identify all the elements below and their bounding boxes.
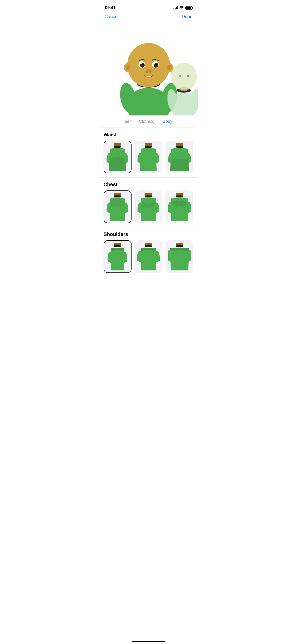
- shoulders-options: [104, 240, 194, 277]
- svg-point-30: [187, 75, 189, 77]
- done-button[interactable]: Done: [182, 14, 192, 19]
- svg-rect-36: [176, 146, 183, 148]
- tab-clothing[interactable]: Clothing: [139, 118, 154, 125]
- tab-body[interactable]: Body: [163, 118, 173, 125]
- chest-options: [104, 190, 194, 227]
- svg-point-14: [142, 64, 144, 66]
- svg-rect-42: [176, 195, 183, 197]
- battery-icon: [185, 6, 192, 10]
- chest-option-3[interactable]: [165, 190, 193, 223]
- svg-point-20: [149, 70, 152, 73]
- shoulders-option-2[interactable]: [135, 240, 162, 273]
- waist-title: Waist: [104, 132, 194, 138]
- svg-point-19: [146, 70, 148, 73]
- avatar-preview: [100, 22, 198, 115]
- svg-rect-34: [145, 146, 152, 148]
- svg-point-5: [127, 43, 170, 87]
- tab-bar: ear Clothing Body: [100, 115, 198, 128]
- waist-section: Waist: [100, 128, 198, 178]
- wifi-icon: [180, 6, 184, 10]
- waist-options: [104, 141, 194, 177]
- shoulders-option-3[interactable]: [165, 240, 193, 273]
- chest-section: Chest: [100, 178, 198, 227]
- shoulders-section: Shoulders: [100, 227, 198, 277]
- svg-point-8: [125, 65, 130, 70]
- chest-title: Chest: [104, 182, 194, 187]
- svg-point-29: [179, 75, 181, 77]
- svg-point-44: [179, 200, 186, 207]
- waist-option-1[interactable]: [104, 141, 132, 173]
- svg-rect-48: [145, 245, 152, 247]
- svg-point-15: [155, 64, 157, 66]
- cancel-button[interactable]: Cancel: [105, 14, 119, 19]
- svg-point-26: [171, 63, 197, 90]
- waist-option-3[interactable]: [165, 141, 193, 173]
- svg-rect-46: [114, 245, 121, 247]
- svg-point-16: [140, 63, 142, 64]
- svg-point-17: [154, 63, 155, 64]
- status-time: 09:41: [105, 5, 116, 10]
- shoulders-title: Shoulders: [104, 231, 194, 237]
- svg-rect-50: [176, 245, 183, 247]
- shoulders-option-1[interactable]: [104, 240, 132, 273]
- signal-icon: [174, 6, 178, 9]
- tab-partial-ear[interactable]: ear: [125, 118, 131, 125]
- svg-rect-32: [114, 146, 121, 148]
- nav-bar: Cancel Done: [100, 12, 198, 22]
- waist-option-2[interactable]: [135, 141, 162, 173]
- chest-option-2[interactable]: [135, 190, 162, 223]
- svg-rect-40: [145, 195, 152, 197]
- status-bar: 09:41: [100, 0, 198, 12]
- status-icons: [174, 6, 192, 10]
- avatar-secondary: [167, 60, 198, 115]
- svg-rect-38: [114, 195, 121, 197]
- chest-option-1[interactable]: [104, 190, 132, 223]
